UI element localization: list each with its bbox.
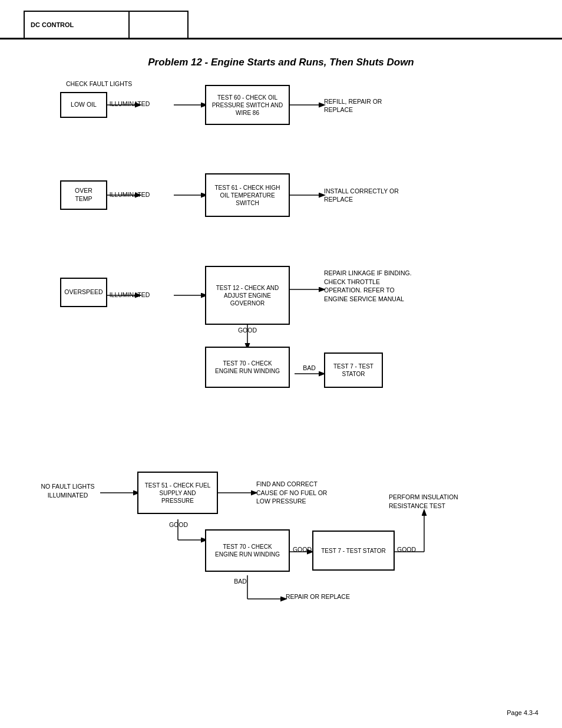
label-illuminated-3: ILLUMINATED bbox=[109, 291, 150, 299]
header: DC CONTROL bbox=[24, 11, 189, 39]
header-line bbox=[0, 38, 562, 39]
label-bad-2: BAD bbox=[229, 578, 252, 586]
label-good-1: GOOD bbox=[233, 327, 262, 335]
label-illuminated-2: ILLUMINATED bbox=[109, 191, 150, 199]
box-over-temp: OVER TEMP bbox=[60, 180, 107, 210]
box-overspeed: OVERSPEED bbox=[60, 278, 107, 307]
check-fault-lights-label: CHECK FAULT LIGHTS bbox=[66, 80, 132, 87]
label-no-fault: NO FAULT LIGHTS ILLUMINATED bbox=[35, 482, 100, 499]
box-test7a: TEST 7 - TEST STATOR bbox=[324, 353, 383, 388]
label-install: INSTALL CORRECTLY OR REPLACE bbox=[324, 187, 401, 203]
label-find-correct: FIND AND CORRECT CAUSE OF NO FUEL OR LOW… bbox=[256, 480, 333, 506]
label-repair-linkage: REPAIR LINKAGE IF BINDING. CHECK THROTTL… bbox=[324, 269, 418, 304]
label-good-3: GOOD bbox=[290, 546, 314, 554]
box-test70a: TEST 70 - CHECK ENGINE RUN WINDING bbox=[205, 347, 290, 388]
box-test60: TEST 60 - CHECK OIL PRESSURE SWITCH AND … bbox=[205, 85, 290, 125]
box-test70b: TEST 70 - CHECK ENGINE RUN WINDING bbox=[205, 529, 290, 572]
page-number: Page 4.3-4 bbox=[507, 709, 538, 716]
label-refill: REFILL, REPAIR OR REPLACE bbox=[324, 98, 401, 114]
box-low-oil: LOW OIL bbox=[60, 92, 107, 118]
label-illuminated-1: ILLUMINATED bbox=[109, 100, 150, 108]
label-bad-1: BAD bbox=[295, 364, 324, 373]
label-repair-replace: REPAIR OR REPLACE bbox=[286, 593, 356, 601]
box-test7b: TEST 7 - TEST STATOR bbox=[312, 531, 395, 571]
dc-control-label: DC CONTROL bbox=[25, 12, 130, 38]
header-blank bbox=[130, 12, 187, 38]
label-perform: PERFORM INSULATION RESISTANCE TEST bbox=[389, 493, 483, 510]
page-title: Problem 12 - Engine Starts and Runs, The… bbox=[24, 57, 538, 68]
label-good-2: GOOD bbox=[164, 521, 193, 529]
box-test12: TEST 12 - CHECK AND ADJUST ENGINE GOVERN… bbox=[205, 266, 290, 325]
box-test61: TEST 61 - CHECK HIGH OIL TEMPERATURE SWI… bbox=[205, 173, 290, 217]
flowchart: CHECK FAULT LIGHTS LOW OIL ILLUMINATED T… bbox=[24, 80, 538, 705]
label-good-4: GOOD bbox=[397, 546, 424, 554]
box-test51: TEST 51 - CHECK FUEL SUPPLY AND PRESSURE bbox=[137, 472, 218, 514]
